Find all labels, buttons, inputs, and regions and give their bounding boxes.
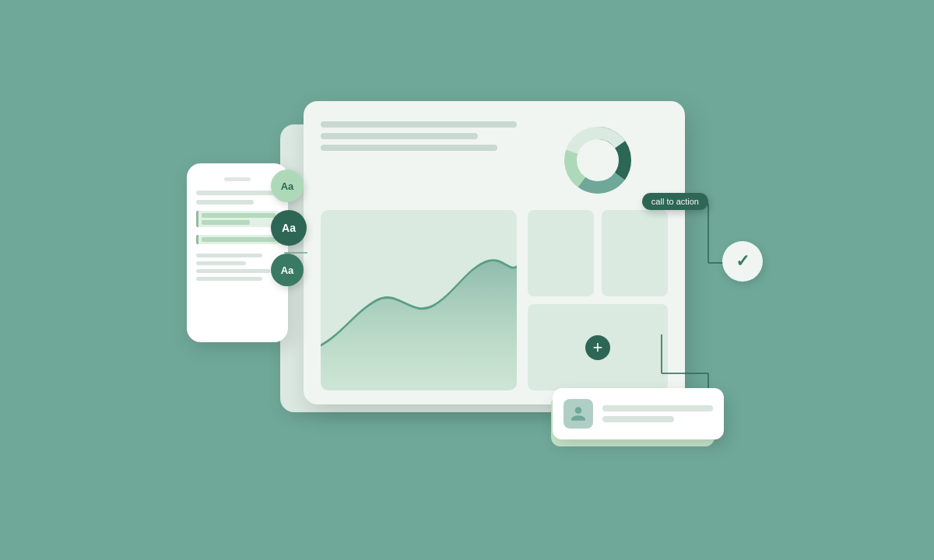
aa-badge-dark: Aa	[271, 254, 304, 286]
wave-svg	[321, 210, 517, 390]
scene: + Aa Aa Aa call to action	[163, 78, 771, 482]
profile-line-sub	[602, 416, 674, 422]
phone-highlight-2	[196, 235, 279, 244]
person-icon	[570, 405, 587, 422]
phone-highlight-1	[196, 211, 279, 227]
typography-badges: Aa Aa Aa	[271, 170, 307, 286]
check-circle	[722, 241, 763, 282]
phone-bl-1	[196, 254, 262, 257]
avatar	[564, 399, 593, 429]
phone-bl-2	[196, 261, 246, 265]
profile-card	[553, 388, 724, 439]
cta-tooltip: call to action	[642, 193, 708, 210]
grid-cell-2	[602, 210, 668, 296]
profile-lines	[602, 405, 713, 422]
phone-notch	[224, 177, 251, 181]
phone-line-1	[196, 191, 279, 195]
dashboard-text-lines	[321, 118, 517, 199]
profile-line-name	[602, 405, 713, 411]
dashboard-donut	[528, 118, 668, 199]
grid-cell-1	[528, 210, 594, 296]
phone-bl-3	[196, 269, 270, 273]
dashboard-panel: +	[304, 101, 685, 404]
dash-line-2	[321, 133, 478, 139]
phone-hl-line-1	[202, 213, 276, 218]
dash-line-1	[321, 121, 517, 128]
dashboard-grid: +	[528, 210, 668, 390]
add-icon[interactable]: +	[585, 335, 610, 360]
add-button-area[interactable]: +	[528, 304, 668, 390]
phone-hl-line-3	[202, 237, 276, 242]
phone-bl-4	[196, 277, 262, 281]
dashboard-grid-cells	[528, 210, 668, 296]
dashboard-wave-chart	[321, 210, 517, 390]
svg-point-12	[579, 142, 616, 179]
dash-line-3	[321, 145, 497, 151]
aa-badge-light: Aa	[271, 170, 304, 202]
donut-chart	[559, 121, 637, 199]
phone-hl-line-2	[202, 220, 250, 225]
aa-badge-medium: Aa	[271, 210, 307, 246]
phone-line-2	[196, 200, 254, 205]
phone-bottom-lines	[196, 254, 279, 281]
